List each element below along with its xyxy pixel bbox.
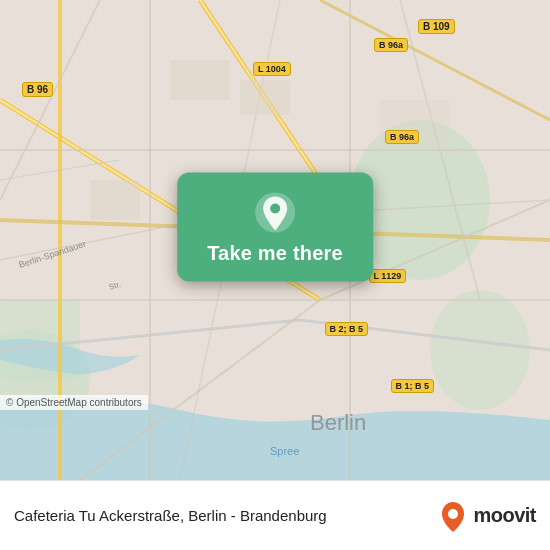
bottom-bar: Cafeteria Tu Ackerstraße, Berlin - Brand… [0, 480, 550, 550]
location-pin-icon [253, 190, 297, 234]
moovit-brand-name: moovit [473, 504, 536, 527]
svg-rect-27 [240, 80, 290, 115]
svg-rect-29 [90, 180, 140, 220]
map-container: Berlin Spree Berlin-Spandauer Str. B 109… [0, 0, 550, 480]
location-label: Cafeteria Tu Ackerstraße, Berlin - Brand… [14, 507, 327, 524]
road-badge-b109: B 109 [418, 19, 455, 34]
svg-point-36 [448, 509, 458, 519]
svg-text:Berlin: Berlin [310, 410, 366, 435]
moovit-logo: moovit [437, 500, 536, 532]
take-me-there-label: Take me there [207, 242, 343, 265]
map-attribution: © OpenStreetMap contributors [0, 395, 148, 410]
road-badge-l1129: L 1129 [369, 269, 407, 283]
moovit-icon [437, 500, 469, 532]
svg-point-35 [270, 203, 280, 213]
road-badge-l1004: L 1004 [253, 62, 291, 76]
svg-rect-26 [170, 60, 230, 100]
svg-point-3 [430, 290, 530, 410]
svg-text:Spree: Spree [270, 445, 299, 457]
road-badge-b96a-mid: B 96a [385, 130, 419, 144]
road-badge-b96: B 96 [22, 82, 53, 97]
road-badge-b1b5: B 1; B 5 [391, 379, 435, 393]
road-badge-b2b5: B 2; B 5 [325, 322, 369, 336]
take-me-there-popup[interactable]: Take me there [177, 172, 373, 281]
road-badge-b96a-top: B 96a [374, 38, 408, 52]
